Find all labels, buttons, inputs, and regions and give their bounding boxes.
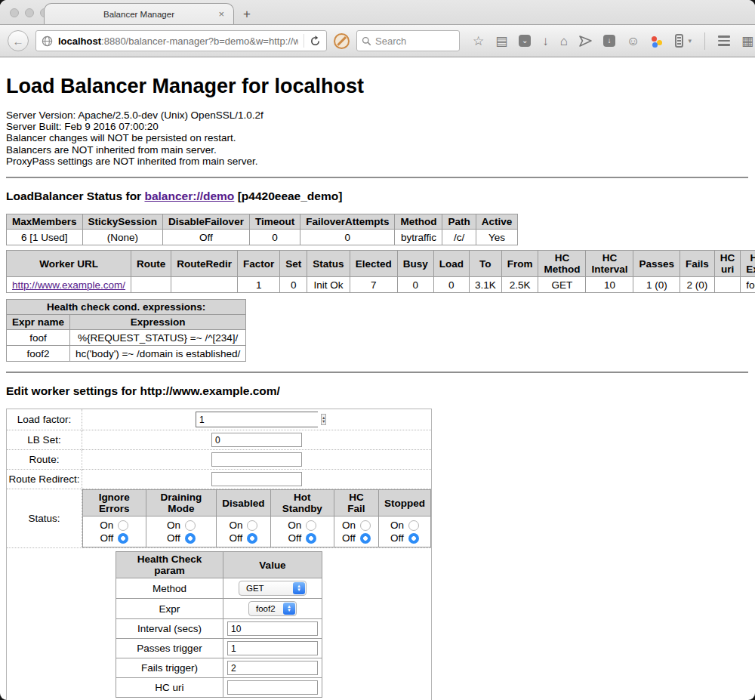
lb-set-label: LB Set: <box>7 430 82 450</box>
method-select[interactable]: GET ▲▼ <box>239 581 307 596</box>
worker-table: Worker URL Route RouteRedir Factor Set S… <box>6 250 755 293</box>
select-stepper-icon: ▲▼ <box>283 603 295 615</box>
send-icon[interactable] <box>579 35 592 47</box>
table-row: foof %{REQUEST_STATUS} =~ /^[234]/ <box>7 330 246 346</box>
interval-input[interactable] <box>227 621 318 636</box>
apps-grid-icon[interactable]: ▦ <box>741 35 753 48</box>
table-row: Expr foof2 ▲▼ <box>116 599 322 619</box>
reading-list-icon[interactable]: ▤ <box>495 35 507 48</box>
ignore-errors-on-radio[interactable] <box>118 520 128 531</box>
off-label: Off <box>100 532 113 544</box>
new-tab-button[interactable]: + <box>243 7 251 22</box>
col-ignore-errors: Ignore Errors <box>83 490 146 517</box>
table-header-row: Health Check param Value <box>116 552 322 578</box>
number-spinner[interactable]: ▲▼ <box>321 414 326 425</box>
spinner-down-icon[interactable]: ▼ <box>322 420 325 424</box>
hc-fail-off-radio[interactable] <box>360 533 371 544</box>
archive-extension-icon[interactable] <box>675 34 683 48</box>
balancer-demo-link[interactable]: balancer://demo <box>144 190 234 202</box>
downloads-icon[interactable]: ↓ <box>542 35 549 48</box>
divider <box>6 372 748 373</box>
ignore-errors-off-radio[interactable] <box>118 533 128 544</box>
reload-button[interactable] <box>310 35 321 47</box>
page-title: Load Balancer Manager for localhost <box>6 75 748 98</box>
load-factor-input[interactable] <box>196 412 319 427</box>
cell-routeredir <box>171 277 238 293</box>
stopped-on-radio[interactable] <box>408 520 419 531</box>
feedback-smiley-icon[interactable]: ☺ <box>627 35 639 48</box>
tab-close-icon[interactable]: × <box>218 8 224 20</box>
lb-set-input[interactable] <box>211 433 302 447</box>
note-balancers: Balancers are NOT inherited from main se… <box>6 144 748 156</box>
colored-dots-extension-icon[interactable] <box>651 35 664 48</box>
close-window-button[interactable] <box>10 8 19 17</box>
home-icon[interactable]: ⌂ <box>560 35 568 48</box>
passes-trigger-input[interactable] <box>227 641 318 655</box>
col-fails: Fails <box>680 251 715 277</box>
server-info: Server Version: Apache/2.5.0-dev (Unix) … <box>6 109 748 167</box>
form-row-lb-set: LB Set: <box>7 430 432 450</box>
url-bar[interactable]: localhost:8880/balancer-manager?b=demo&w… <box>35 30 327 51</box>
cell-hc-uri <box>714 277 741 293</box>
hc-uri-input[interactable] <box>227 680 318 695</box>
save-page-icon[interactable]: ↓ <box>603 35 615 47</box>
cell-path: /c/ <box>442 230 476 245</box>
back-button[interactable]: ← <box>8 30 29 51</box>
disabled-off-radio[interactable] <box>247 533 257 544</box>
draining-mode-off-radio[interactable] <box>185 533 196 544</box>
col-set: Set <box>280 251 307 277</box>
adblock-icon[interactable] <box>334 33 350 49</box>
pocket-icon[interactable]: ⌄ <box>519 35 531 47</box>
chevron-down-icon[interactable]: ▾ <box>688 37 692 45</box>
search-input[interactable] <box>375 35 455 47</box>
col-from: From <box>501 251 538 277</box>
hot-standby-off-radio[interactable] <box>306 533 316 544</box>
table-row: On Off On Off On Off <box>83 517 431 547</box>
divider <box>6 177 748 178</box>
expr-select[interactable]: foof2 ▲▼ <box>248 601 297 616</box>
cell-hc-method: GET <box>538 277 586 293</box>
route-redirect-input[interactable] <box>211 472 302 486</box>
passes-trigger-label: Passes trigger <box>116 639 223 658</box>
col-value: Value <box>223 552 322 578</box>
col-expr-name: Expr name <box>7 315 70 330</box>
cell-maxmembers: 6 [1 Used] <box>7 230 83 245</box>
hot-standby-on-radio[interactable] <box>306 520 316 531</box>
bookmark-star-icon[interactable]: ☆ <box>473 35 484 48</box>
table-title-row: Health check cond. expressions: <box>7 300 246 315</box>
select-stepper-icon: ▲▼ <box>293 582 305 594</box>
route-input[interactable] <box>211 452 302 467</box>
worker-url-link[interactable]: http://www.example.com/ <box>12 279 125 291</box>
minimize-window-button[interactable] <box>25 8 34 17</box>
col-load: Load <box>433 251 469 277</box>
on-label: On <box>342 519 356 532</box>
cell-fails: 2 (0) <box>680 277 715 293</box>
cell-passes: 1 (0) <box>633 277 680 293</box>
cell-factor: 1 <box>238 277 280 293</box>
fails-trigger-input[interactable] <box>227 661 318 675</box>
col-worker-url: Worker URL <box>7 251 131 277</box>
cell-expression: hc('body') =~ /domain is established/ <box>70 346 246 362</box>
col-hc-expr: HC Expr <box>741 251 755 277</box>
off-label: Off <box>342 532 356 544</box>
tab-balancer-manager[interactable]: Balancer Manager × <box>44 3 234 24</box>
balancer-status-table: MaxMembers StickySession DisableFailover… <box>6 214 518 245</box>
form-row-route-redirect: Route Redirect: <box>7 470 432 489</box>
toolbar-separator <box>704 32 705 50</box>
browser-window: Balancer Manager × + ← localhost:8880/ba… <box>0 0 755 700</box>
route-redirect-label: Route Redirect: <box>7 470 82 489</box>
table-header-row: Expr name Expression <box>7 315 246 330</box>
navigation-toolbar: ← localhost:8880/balancer-manager?b=demo… <box>0 25 755 57</box>
table-row: Fails trigger) <box>116 658 322 678</box>
url-text[interactable]: localhost:8880/balancer-manager?b=demo&w… <box>58 35 298 47</box>
menu-icon[interactable] <box>718 35 730 46</box>
status-label: Status: <box>7 489 82 548</box>
tab-bar: Balancer Manager × + <box>0 0 755 25</box>
search-bar[interactable] <box>356 30 460 51</box>
disabled-on-radio[interactable] <box>247 520 257 531</box>
col-passes: Passes <box>633 251 680 277</box>
stopped-off-radio[interactable] <box>408 533 419 544</box>
hc-fail-on-radio[interactable] <box>360 520 371 531</box>
col-disablefailover: DisableFailover <box>163 214 250 230</box>
draining-mode-on-radio[interactable] <box>185 520 196 531</box>
